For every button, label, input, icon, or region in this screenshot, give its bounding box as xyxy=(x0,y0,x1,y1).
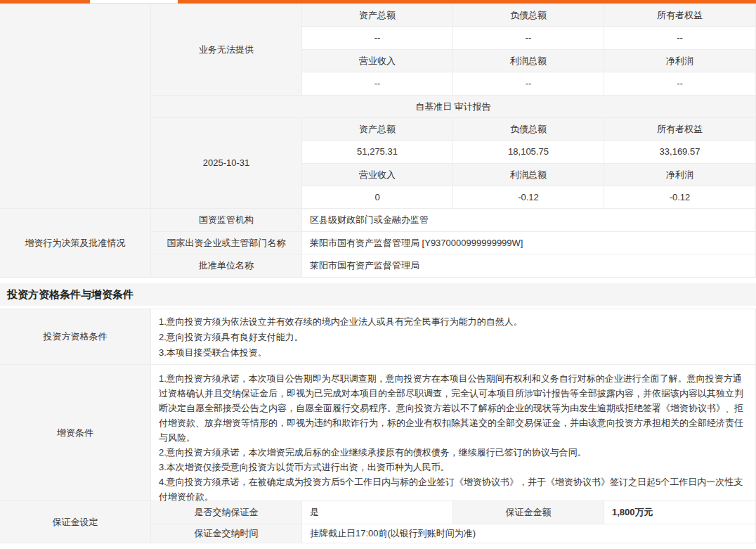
value-operating-revenue: -- xyxy=(302,72,453,96)
value-net-profit: -- xyxy=(604,72,756,96)
business-unavailable-label: 业务无法提供 xyxy=(151,4,302,96)
deposit-group-label: 保证金设定 xyxy=(0,501,151,543)
approving-unit-value: 莱阳市国有资产监督管理局 xyxy=(302,254,756,278)
value-total-liabilities: -- xyxy=(453,27,604,50)
qualification-line: 2.意向投资方须具有良好支付能力。 xyxy=(159,330,748,345)
header-net-profit: 净利润 xyxy=(604,164,756,186)
deposit-required-label: 是否交纳保证金 xyxy=(151,501,302,524)
header-total-profit: 利润总额 xyxy=(453,50,604,72)
accent-bar-tab-gap xyxy=(90,3,178,4)
header-owners-equity: 所有者权益 xyxy=(604,118,756,141)
section-title: 投资方资格条件与增资条件 xyxy=(0,283,756,306)
approving-unit-label: 批准单位名称 xyxy=(151,254,302,278)
qualification-line: 1.意向投资方须为依法设立并有效存续的境内企业法人或具有完全民事行为能力的自然人… xyxy=(159,314,748,330)
value-total-profit: -0.12 xyxy=(453,186,604,209)
conditions-clause: 3.本次增资仅接受意向投资方以货币方式进行出资，出资币种为人民币。 xyxy=(159,460,748,474)
header-operating-revenue: 营业收入 xyxy=(302,164,453,186)
state-funded-entity-label: 国家出资企业或主管部门名称 xyxy=(151,232,302,254)
deposit-time-value: 挂牌截止日17:00前(以银行到账时间为准) xyxy=(302,524,756,543)
top-accent-bar xyxy=(0,0,756,4)
conditions-clause: 4.意向投资方须承诺，在被确定成为投资方后5个工作日内与标的企业签订《增资协议书… xyxy=(159,474,748,504)
value-owners-equity: 33,169.57 xyxy=(604,141,756,164)
qualification-label: 投资方资格条件 xyxy=(0,309,151,365)
qualification-text: 1.意向投资方须为依法设立并有效存续的境内企业法人或具有完全民事行为能力的自然人… xyxy=(151,309,756,365)
approval-group-label: 增资行为决策及批准情况 xyxy=(0,209,151,278)
page: 业务无法提供 资产总额 负债总额 所有者权益 -- -- -- 营业收入 利润总… xyxy=(0,0,756,549)
accent-bar-right-segment xyxy=(178,0,756,4)
deposit-amount-label: 保证金金额 xyxy=(453,501,604,524)
header-total-liabilities: 负债总额 xyxy=(453,4,604,27)
empty-left-cell xyxy=(0,4,151,209)
accent-bar-left-segment xyxy=(0,0,90,4)
audit-base-date: 2025-10-31 xyxy=(151,118,302,209)
header-operating-revenue: 营业收入 xyxy=(302,50,453,72)
conditions-table: 投资方资格条件 1.意向投资方须为依法设立并有效存续的境内企业法人或具有完全民事… xyxy=(0,309,756,543)
conditions-clause: 2.意向投资方须承诺，本次增资完成后标的企业继续承接原有的债权债务，继续履行已签… xyxy=(159,445,748,460)
deposit-required-value: 是 xyxy=(302,501,453,524)
header-total-liabilities: 负债总额 xyxy=(453,118,604,141)
value-owners-equity: -- xyxy=(604,27,756,50)
regulator-value: 区县级财政部门或金融办监管 xyxy=(302,209,756,232)
state-funded-entity-value: 莱阳市国有资产监督管理局 [Y9370000999999999W] xyxy=(302,232,756,254)
header-net-profit: 净利润 xyxy=(604,50,756,72)
qualification-line: 3.本项目接受联合体投资。 xyxy=(159,345,748,361)
value-operating-revenue: 0 xyxy=(302,186,453,209)
financial-summary-table: 业务无法提供 资产总额 负债总额 所有者权益 -- -- -- 营业收入 利润总… xyxy=(0,4,756,278)
deposit-time-label: 保证金交纳时间 xyxy=(151,524,302,543)
header-total-profit: 利润总额 xyxy=(453,164,604,186)
value-net-profit: -0.12 xyxy=(604,186,756,209)
header-owners-equity: 所有者权益 xyxy=(604,4,756,27)
value-total-assets: 51,275.31 xyxy=(302,141,453,164)
value-total-assets: -- xyxy=(302,27,453,50)
audit-report-banner: 自基准日 审计报告 xyxy=(151,96,756,118)
deposit-amount-value: 1,800万元 xyxy=(604,501,756,524)
header-total-assets: 资产总额 xyxy=(302,4,453,27)
header-total-assets: 资产总额 xyxy=(302,118,453,141)
value-total-liabilities: 18,105.75 xyxy=(453,141,604,164)
value-total-profit: -- xyxy=(453,72,604,96)
conditions-clause: 1.意向投资方须承诺，本次项目公告期即为尽职调查期，意向投资方在本项目公告期间有… xyxy=(159,371,748,445)
conditions-label: 增资条件 xyxy=(0,365,151,501)
regulator-label: 国资监管机构 xyxy=(151,209,302,232)
conditions-text: 1.意向投资方须承诺，本次项目公告期即为尽职调查期，意向投资方在本项目公告期间有… xyxy=(151,365,756,501)
